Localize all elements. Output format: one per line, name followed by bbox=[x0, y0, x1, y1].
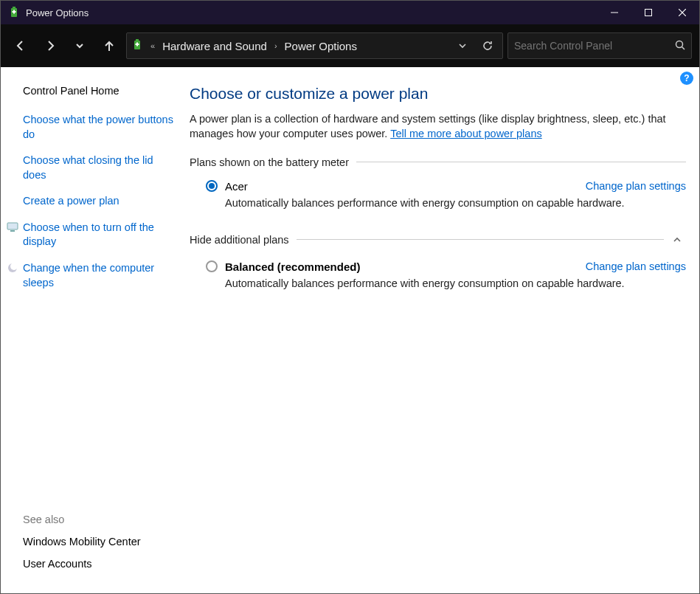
svg-rect-15 bbox=[10, 230, 15, 232]
see-also-user-accounts[interactable]: User Accounts bbox=[23, 558, 173, 570]
moon-icon bbox=[7, 262, 18, 274]
main-content: Choose or customize a power plan A power… bbox=[187, 67, 699, 593]
svg-rect-9 bbox=[136, 39, 139, 41]
sidebar-link-computer-sleeps[interactable]: Change when the computer sleeps bbox=[23, 261, 173, 290]
svg-rect-5 bbox=[645, 10, 652, 16]
address-icon bbox=[131, 39, 143, 53]
sidebar-link-label: Change when the computer sleeps bbox=[23, 262, 154, 289]
group-label: Plans shown on the battery meter bbox=[190, 156, 356, 168]
learn-more-link[interactable]: Tell me more about power plans bbox=[390, 128, 542, 139]
plan-acer-name[interactable]: Acer bbox=[225, 180, 248, 193]
plan-acer: Acer Change plan settings Automatically … bbox=[190, 180, 686, 222]
collapse-icon[interactable] bbox=[668, 231, 686, 249]
monitor-icon bbox=[7, 221, 18, 233]
address-bar[interactable]: « Hardware and Sound › Power Options bbox=[126, 32, 503, 59]
plan-balanced-name[interactable]: Balanced (recommended) bbox=[225, 260, 360, 273]
see-also-mobility-center[interactable]: Windows Mobility Center bbox=[23, 536, 173, 548]
up-button[interactable] bbox=[97, 33, 122, 58]
nav-toolbar: « Hardware and Sound › Power Options bbox=[1, 24, 699, 67]
minimize-button[interactable] bbox=[597, 1, 631, 24]
maximize-button[interactable] bbox=[631, 1, 665, 24]
breadcrumb-seg-hardware[interactable]: Hardware and Sound bbox=[162, 40, 267, 52]
svg-rect-1 bbox=[13, 7, 15, 8]
close-button[interactable] bbox=[665, 1, 699, 24]
app-icon bbox=[8, 7, 20, 18]
sidebar-link-power-buttons[interactable]: Choose what the power buttons do bbox=[23, 113, 173, 142]
page-description: A power plan is a collection of hardware… bbox=[190, 111, 686, 142]
svg-point-12 bbox=[676, 41, 683, 47]
svg-rect-11 bbox=[136, 42, 138, 46]
chevron-right-icon: › bbox=[271, 41, 280, 50]
sidebar-link-closing-lid[interactable]: Choose what closing the lid does bbox=[23, 153, 173, 182]
sidebar-link-label: Choose when to turn off the display bbox=[23, 221, 154, 248]
search-input[interactable] bbox=[514, 40, 675, 52]
plan-acer-radio[interactable] bbox=[206, 180, 218, 192]
svg-point-17 bbox=[10, 263, 18, 270]
group-shown-on-meter: Plans shown on the battery meter bbox=[190, 156, 686, 168]
breadcrumb-seg-power[interactable]: Power Options bbox=[285, 40, 357, 52]
page-heading: Choose or customize a power plan bbox=[190, 85, 686, 103]
plan-balanced-radio[interactable] bbox=[206, 260, 218, 272]
back-button[interactable] bbox=[8, 33, 33, 58]
address-dropdown-button[interactable] bbox=[452, 41, 473, 50]
window-title: Power Options bbox=[26, 7, 597, 18]
search-box[interactable] bbox=[507, 32, 692, 59]
sidebar: Control Panel Home Choose what the power… bbox=[1, 67, 187, 593]
svg-line-13 bbox=[682, 46, 685, 49]
recent-dropdown-button[interactable] bbox=[67, 33, 92, 58]
svg-rect-3 bbox=[13, 10, 15, 14]
group-hide-additional[interactable]: Hide additional plans bbox=[190, 231, 686, 249]
breadcrumb-prev-icon[interactable]: « bbox=[148, 41, 158, 50]
refresh-button[interactable] bbox=[477, 40, 498, 52]
see-also-heading: See also bbox=[23, 514, 173, 525]
svg-rect-14 bbox=[7, 223, 18, 229]
plan-balanced: Balanced (recommended) Change plan setti… bbox=[190, 260, 686, 303]
forward-button[interactable] bbox=[38, 33, 63, 58]
sidebar-link-turn-off-display[interactable]: Choose when to turn off the display bbox=[23, 221, 173, 249]
titlebar: Power Options bbox=[1, 1, 699, 24]
control-panel-home-link[interactable]: Control Panel Home bbox=[23, 85, 173, 97]
plan-acer-desc: Automatically balances performance with … bbox=[225, 197, 686, 209]
divider bbox=[297, 239, 664, 240]
change-settings-balanced[interactable]: Change plan settings bbox=[586, 260, 686, 272]
divider bbox=[356, 162, 686, 162]
sidebar-link-create-plan[interactable]: Create a power plan bbox=[23, 194, 173, 209]
plan-balanced-desc: Automatically balances performance with … bbox=[225, 277, 686, 289]
change-settings-acer[interactable]: Change plan settings bbox=[586, 180, 686, 192]
group-label: Hide additional plans bbox=[190, 234, 297, 246]
search-icon[interactable] bbox=[675, 40, 685, 52]
